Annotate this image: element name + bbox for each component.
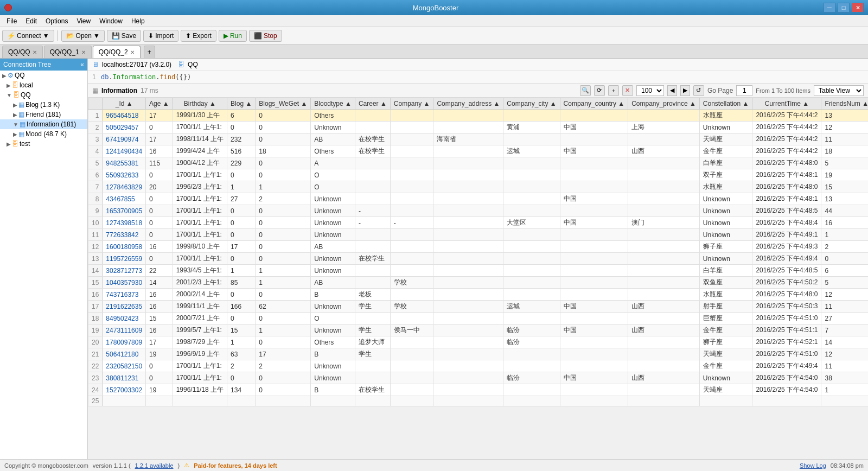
col-blog[interactable]: Blog ▲ (227, 98, 256, 110)
col-id[interactable]: _Id ▲ (103, 98, 146, 110)
reload-button[interactable]: ↺ (693, 85, 704, 96)
menu-help[interactable]: Help (127, 16, 149, 26)
table-row[interactable]: 143028712773221993/4/5 上午1:11Unknown白羊座2… (88, 265, 869, 277)
menu-options[interactable]: Options (41, 16, 72, 26)
table-row[interactable]: 84346785501700/1/1 上午1:272Unknown中国Unkno… (88, 193, 869, 205)
tab-qq-qq[interactable]: QQ/QQ ✕ (2, 46, 43, 58)
table-row[interactable]: 59482553811151900/4/12 上午2290A白羊座2016/2/… (88, 157, 869, 169)
col-bloodtype[interactable]: Bloodtype ▲ (311, 98, 355, 110)
col-career[interactable]: Career ▲ (355, 98, 390, 110)
table-cell: 2016/2/25 下午4:48:4 (752, 217, 821, 229)
table-cell: 43467855 (103, 193, 146, 205)
table-row[interactable]: 1177263384201700/1/1 上午1:00UnknownUnknow… (88, 229, 869, 241)
sidebar-item-information[interactable]: ▼ ▦ Information (181) (0, 119, 87, 129)
tab-qq-qq1[interactable]: QQ/QQ_1 ✕ (44, 46, 92, 58)
table-cell (628, 157, 700, 169)
table-row[interactable]: 10127439851801700/1/1 上午1:00Unknown--大堂区… (88, 217, 869, 229)
col-blogs-wget[interactable]: Blogs_WeGet ▲ (256, 98, 311, 110)
table-row[interactable]: 71278463829201996/2/3 上午1:11O水瓶座2016/2/2… (88, 181, 869, 193)
table-cell: 12 (821, 348, 868, 360)
tab-close-icon[interactable]: ✕ (81, 49, 86, 55)
run-button[interactable]: ▶ Run (219, 30, 247, 42)
table-row[interactable]: 1965464518171999/1/30 上午60Others水瓶座2016/… (88, 110, 869, 122)
col-company[interactable]: Company ▲ (390, 98, 433, 110)
table-row[interactable]: 41241490434161999/4/24 上午51618Others在校学生… (88, 145, 869, 157)
show-log-link[interactable]: Show Log (800, 462, 826, 469)
col-company-address[interactable]: Company_address ▲ (433, 98, 503, 110)
table-cell: 22 (88, 360, 103, 372)
table-row[interactable]: 241527003302191996/11/18 上午1340B在校学生天蝎座2… (88, 384, 869, 396)
new-tab-button[interactable]: + (144, 46, 155, 58)
col-company-city[interactable]: Company_city ▲ (503, 98, 560, 110)
add-document-button[interactable]: + (608, 85, 619, 96)
version-available-link[interactable]: 1.2.1 available (135, 462, 174, 469)
table-row[interactable]: 22232058215001700/1/1 上午1:22Unknown金牛座20… (88, 360, 869, 372)
table-row[interactable]: 18849502423152000/7/21 上午00O巨蟹座2016/2/25… (88, 313, 869, 324)
col-age[interactable]: Age ▲ (146, 98, 173, 110)
col-company-province[interactable]: Company_province ▲ (628, 98, 700, 110)
table-row[interactable]: 192473111609161999/5/7 上午1:151Unknown学生侯… (88, 324, 869, 336)
menu-file[interactable]: File (2, 16, 21, 26)
table-row[interactable]: 2338081123101700/1/1 上午1:00Unknown临汾中国山西… (88, 372, 869, 384)
tab-close-icon[interactable]: ✕ (33, 49, 37, 55)
table-row[interactable]: 655093263301700/1/1 上午1:00O双子座2016/2/25 … (88, 169, 869, 181)
table-row[interactable]: 13119572655901700/1/1 上午1:00Unknown在校学生U… (88, 253, 869, 265)
col-company-country[interactable]: Company_country ▲ (560, 98, 628, 110)
table-cell (390, 169, 433, 181)
close-button[interactable]: ✕ (852, 3, 864, 12)
sidebar-collapse-icon[interactable]: « (80, 61, 84, 68)
table-row[interactable]: 21506412180191996/9/19 上午6317B学生天蝎座2016/… (88, 348, 869, 360)
table-cell (560, 205, 628, 217)
next-page-button[interactable]: ▶ (680, 85, 690, 96)
tab-label: QQ/QQ (8, 48, 30, 56)
export-button[interactable]: ⬆ Export (181, 30, 216, 42)
table-row[interactable]: 121600180958161999/8/10 上午170AB狮子座2016/2… (88, 241, 869, 253)
tab-close-icon[interactable]: ✕ (130, 49, 135, 55)
restore-button[interactable]: □ (838, 3, 850, 12)
table-cell: 1195726559 (103, 253, 146, 265)
col-birthday[interactable]: Birthday ▲ (173, 98, 227, 110)
minimize-button[interactable]: ─ (824, 3, 835, 12)
page-size-select[interactable]: 100 50 200 (636, 85, 664, 96)
table-cell: 0 (146, 253, 173, 265)
import-button[interactable]: ⬇ Import (143, 30, 178, 42)
go-page-input[interactable] (736, 85, 752, 96)
table-row[interactable]: 201780097809171998/7/29 上午10Others追梦大师临汾… (88, 336, 869, 348)
col-constellation[interactable]: Constellation ▲ (699, 98, 752, 110)
sidebar-item-test[interactable]: ▶ 🗄 test (0, 139, 87, 149)
sidebar-item-qq-db[interactable]: ▼ 🗄 QQ (0, 90, 87, 100)
view-mode-select[interactable]: Table View Tree View JSON View (814, 85, 864, 96)
sidebar-item-qq-connection[interactable]: ▶ ⚙ QQ (0, 71, 87, 80)
sidebar-item-blog[interactable]: ▶ ▦ Blog (1.3 K) (0, 100, 87, 110)
menu-window[interactable]: Window (95, 16, 127, 26)
save-button[interactable]: 💾 Save (107, 30, 141, 42)
tab-qq-qq2[interactable]: QQ/QQ_2 ✕ (93, 46, 141, 58)
tree-node-label: Information (181) (27, 120, 76, 128)
table-row[interactable]: 172191622635161999/11/1 上午16662Unknown学生… (88, 301, 869, 313)
sidebar-item-local[interactable]: ▶ 🗄 local (0, 80, 87, 90)
table-row[interactable]: 16743716373162000/2/14 上午00B老板水瓶座2016/2/… (88, 289, 869, 301)
table-row[interactable]: 151040357930142001/2/3 上午1:851AB学校双鱼座201… (88, 277, 869, 289)
table-cell (503, 348, 560, 360)
table-row[interactable]: 250502945701700/1/1 上午1:00Unknown黄浦中国上海U… (88, 122, 869, 133)
col-friendsnum[interactable]: FriendsNum ▲ (821, 98, 868, 110)
sidebar-item-mood[interactable]: ▶ ▦ Mood (48.7 K) (0, 129, 87, 139)
table-cell: Unknown (311, 229, 355, 241)
sidebar-item-friend[interactable]: ▶ ▦ Friend (181) (0, 110, 87, 119)
open-button[interactable]: 📂 Open ▼ (61, 30, 105, 42)
menu-edit[interactable]: Edit (21, 16, 41, 26)
delete-document-button[interactable]: ✕ (622, 85, 633, 96)
prev-page-button[interactable]: ◀ (667, 85, 677, 96)
connect-button[interactable]: ⚡ Connect ▼ (2, 30, 54, 42)
menu-view[interactable]: View (72, 16, 95, 26)
table-cell: 2016/2/25 下午4:44:2 (752, 145, 821, 157)
stop-button[interactable]: ⬛ Stop (249, 30, 282, 42)
refresh-results-button[interactable]: ⟳ (594, 85, 605, 96)
table-row[interactable]: 25 (88, 396, 869, 406)
table-cell: 大堂区 (503, 217, 560, 229)
col-currenttime[interactable]: CurrentTime ▲ (752, 98, 821, 110)
table-cell: Unknown (311, 217, 355, 229)
table-row[interactable]: 3674190974171998/11/14 上午2320AB在校学生海南省天蝎… (88, 133, 869, 145)
search-button[interactable]: 🔍 (580, 85, 591, 96)
table-row[interactable]: 9165370090501700/1/1 上午1:00Unknown-Unkno… (88, 205, 869, 217)
